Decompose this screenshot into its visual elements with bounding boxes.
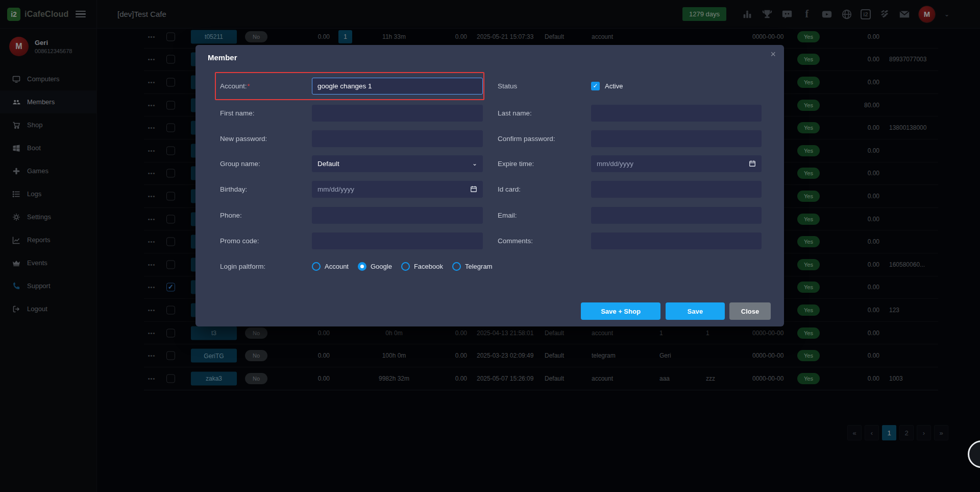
id-card-input[interactable] xyxy=(591,181,762,198)
group-name-select[interactable]: Default ⌄ xyxy=(312,155,483,172)
chevron-down-icon: ⌄ xyxy=(472,160,477,167)
field-row-birthday: Birthday: mm/dd/yyyy xyxy=(220,176,483,202)
field-row-first-name: First name: xyxy=(220,100,483,126)
radio-icon[interactable] xyxy=(401,262,410,271)
field-row-last-name: Last name: xyxy=(498,100,762,126)
close-icon[interactable]: × xyxy=(770,49,776,60)
id-card-label: Id card: xyxy=(498,185,591,193)
last-name-input[interactable] xyxy=(591,105,762,122)
birthday-placeholder: mm/dd/yyyy xyxy=(317,185,354,193)
save-button[interactable]: Save xyxy=(666,302,725,320)
radio-label: Google xyxy=(371,263,392,270)
group-name-value: Default xyxy=(317,160,339,168)
status-checkbox-label: Active xyxy=(605,82,623,90)
phone-input[interactable] xyxy=(312,207,483,224)
new-password-label: New password: xyxy=(220,135,312,143)
status-checkbox[interactable]: ✓ xyxy=(591,82,600,90)
comments-input[interactable] xyxy=(591,232,762,249)
confirm-password-label: Confirm password: xyxy=(498,135,591,143)
member-modal: Member × Account:* First name: New passw… xyxy=(195,45,784,326)
email-input[interactable] xyxy=(591,207,762,224)
field-row-expire-time: Expire time: mm/dd/yyyy xyxy=(498,151,762,176)
radio-icon[interactable] xyxy=(358,262,366,271)
expire-time-input[interactable]: mm/dd/yyyy xyxy=(591,155,762,172)
field-row-comments: Comments: xyxy=(498,228,762,253)
account-input[interactable] xyxy=(312,78,483,95)
radio-icon[interactable] xyxy=(452,262,461,271)
field-row-confirm-password: Confirm password: xyxy=(498,126,762,151)
first-name-input[interactable] xyxy=(312,105,483,122)
calendar-icon[interactable] xyxy=(470,185,477,193)
last-name-label: Last name: xyxy=(498,109,591,117)
radio-label: Account xyxy=(325,263,349,270)
radio-option-telegram[interactable]: Telegram xyxy=(452,262,492,271)
confirm-password-input[interactable] xyxy=(591,130,762,147)
promo-code-label: Promo code: xyxy=(220,237,312,245)
radio-option-facebook[interactable]: Facebook xyxy=(401,262,443,271)
login-platform-radios: AccountGoogleFacebookTelegram xyxy=(312,262,492,271)
phone-label: Phone: xyxy=(220,212,312,219)
field-row-login-platform: Login paltform: AccountGoogleFacebookTel… xyxy=(220,253,492,279)
field-row-email: Email: xyxy=(498,202,762,228)
email-label: Email: xyxy=(498,212,591,219)
birthday-input[interactable]: mm/dd/yyyy xyxy=(312,181,483,198)
login-platform-label: Login paltform: xyxy=(220,263,312,270)
field-row-promo-code: Promo code: xyxy=(220,228,483,253)
required-mark: * xyxy=(248,82,250,90)
expire-time-label: Expire time: xyxy=(498,160,591,168)
comments-label: Comments: xyxy=(498,237,591,245)
radio-icon[interactable] xyxy=(312,262,321,271)
save-shop-button[interactable]: Save + Shop xyxy=(581,302,660,320)
field-row-account: Account:* xyxy=(220,73,483,99)
expire-time-placeholder: mm/dd/yyyy xyxy=(597,160,633,168)
radio-option-account[interactable]: Account xyxy=(312,262,349,271)
radio-label: Facebook xyxy=(414,263,443,270)
modal-title: Member xyxy=(208,53,237,62)
field-row-group-name: Group name: Default ⌄ xyxy=(220,151,483,176)
calendar-icon[interactable] xyxy=(749,160,756,167)
field-row-status: Status ✓ Active xyxy=(498,73,623,99)
close-button[interactable]: Close xyxy=(729,302,771,320)
radio-label: Telegram xyxy=(465,263,492,270)
status-label: Status xyxy=(498,82,591,90)
group-name-label: Group name: xyxy=(220,160,312,168)
first-name-label: First name: xyxy=(220,109,312,117)
field-row-phone: Phone: xyxy=(220,202,483,228)
birthday-label: Birthday: xyxy=(220,185,312,193)
account-label: Account: xyxy=(220,82,247,90)
field-row-id-card: Id card: xyxy=(498,176,762,202)
field-row-new-password: New password: xyxy=(220,126,483,151)
radio-option-google[interactable]: Google xyxy=(358,262,392,271)
new-password-input[interactable] xyxy=(312,130,483,147)
promo-code-input[interactable] xyxy=(312,232,483,249)
